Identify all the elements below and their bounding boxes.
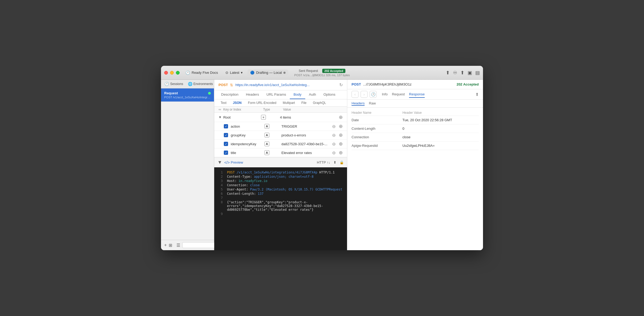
remove-row-icon[interactable]: ⊖: [332, 150, 336, 155]
checkbox-checked-icon: [224, 124, 228, 128]
list-item[interactable]: Request POST /v1/acct_1eSuXwHo/integra..…: [161, 88, 214, 102]
tab-auth[interactable]: Auth: [305, 90, 320, 99]
type-title: A: [265, 150, 282, 155]
checkbox-idempotency[interactable]: [224, 142, 228, 146]
remove-row-icon[interactable]: ⊖: [332, 124, 336, 129]
add-row-icon[interactable]: ⊕: [339, 150, 343, 156]
tab-body[interactable]: Body: [290, 90, 305, 99]
add-row-icon[interactable]: ⊕: [339, 132, 343, 138]
body-tab-multipart[interactable]: Multipart: [279, 99, 298, 106]
tab-ready-five-docs[interactable]: 🕐 Ready Five Docs: [183, 70, 221, 76]
body-tab-form-urlencoded[interactable]: Form URL-Encoded: [245, 99, 280, 106]
line-number: 8: [218, 200, 223, 212]
request-info: POST /v1/a...Jj8M3O1z 326 ms, 137 bytes: [294, 74, 350, 77]
tab-request[interactable]: Request: [392, 91, 405, 98]
sidebar-item-sessions[interactable]: 🕐 Sessions: [161, 80, 187, 88]
type-groupkey: A: [265, 133, 282, 137]
resize-handle[interactable]: ⇔: [218, 108, 221, 111]
layout2-icon[interactable]: ▤: [475, 70, 480, 76]
forward-button[interactable]: ›: [361, 91, 368, 98]
field-name-title[interactable]: title: [231, 151, 265, 155]
body-tab-json[interactable]: JSON: [230, 99, 245, 106]
list-icon[interactable]: ☰: [176, 243, 180, 248]
line-content: Connection: close: [227, 183, 260, 187]
sidebar-item-environments[interactable]: 🌐 Environments: [187, 80, 214, 88]
type-badge-idempotency: A: [265, 141, 269, 146]
add-icon[interactable]: +: [164, 243, 167, 248]
table-row: title A Elevated error rates ⊖ ⊕: [214, 148, 347, 157]
export-icon[interactable]: ⬆︎: [446, 70, 450, 76]
sessions-icon: 🕐: [164, 82, 169, 86]
request-tabs: Description Headers URL Params Body Auth…: [214, 90, 347, 99]
remove-row-icon[interactable]: ⊖: [332, 133, 336, 138]
back-button[interactable]: ‹: [352, 91, 358, 98]
request-url: POST /v1/acct_1eSuXwHo/integra...: [164, 96, 211, 99]
header-key: Content-Type:: [227, 175, 254, 179]
table-row: Content-Length 0: [352, 124, 479, 133]
tab-description[interactable]: Description: [217, 90, 242, 99]
tab-headers[interactable]: Headers: [242, 90, 263, 99]
line-number: 2: [218, 175, 223, 179]
request-url-field[interactable]: https://in.readyfive.io/v1/acct_1eSuXwHo…: [235, 83, 337, 87]
tab-latest[interactable]: ⊙ Latest ▾: [223, 70, 245, 76]
remove-row-icon[interactable]: ⊖: [332, 141, 336, 147]
field-value-title[interactable]: Elevated error rates: [282, 151, 332, 155]
history-button[interactable]: 🕐: [370, 91, 377, 98]
body-type-tabs: Text JSON Form URL-Encoded Multipart Fil…: [214, 99, 347, 107]
share-icon[interactable]: ⬆: [333, 160, 336, 164]
field-name-action[interactable]: action: [231, 124, 265, 128]
header-name-content-length: Content-Length: [352, 127, 402, 131]
field-name-groupkey[interactable]: groupKey: [231, 133, 265, 137]
protocol-selector[interactable]: HTTP ↑↓: [317, 160, 330, 164]
close-button[interactable]: [164, 71, 168, 75]
body-tab-text[interactable]: Text: [217, 99, 230, 106]
col-header-value: Header Value: [402, 111, 479, 115]
upload-icon[interactable]: ⬆: [460, 70, 464, 76]
add-row-icon[interactable]: ⊕: [339, 141, 343, 147]
add-row-button[interactable]: ⊕: [339, 114, 343, 120]
line-number: 6: [218, 192, 223, 196]
link-icon[interactable]: ♾: [453, 70, 457, 76]
field-value-idempotency[interactable]: da827528-3327-43b0-be15-...: [282, 142, 332, 146]
lock-icon[interactable]: 🔒: [340, 160, 344, 164]
preview-button[interactable]: </> Preview: [224, 160, 243, 165]
response-tab-raw[interactable]: Raw: [369, 101, 376, 106]
refresh-icon[interactable]: ↻: [339, 82, 343, 87]
expand-arrow[interactable]: ▼: [218, 115, 222, 119]
table-row: Apigw-Requestid Uu2sfgwLPHcEJ8A=: [352, 141, 479, 150]
tab-options[interactable]: Options: [320, 90, 339, 99]
response-headers-table: Header Name Header Value Date Tue, 20 Oc…: [347, 108, 483, 250]
preview-toggle-icon[interactable]: ▼: [217, 160, 222, 165]
tab-url-params[interactable]: URL Params: [263, 90, 290, 99]
root-label: Root: [223, 115, 261, 119]
version-icon: ⊙: [225, 71, 228, 75]
response-tab-headers[interactable]: Headers: [352, 101, 365, 106]
minimize-button[interactable]: [170, 71, 174, 75]
body-tab-graphql[interactable]: GraphQL: [310, 99, 329, 106]
layout1-icon[interactable]: ▣: [468, 70, 472, 76]
code-line: 2 Content-Type: application/json; charse…: [218, 175, 343, 179]
checkbox-action[interactable]: [224, 124, 228, 128]
tab-response[interactable]: Response: [409, 91, 425, 98]
row-actions-idempotency: ⊖ ⊕: [332, 141, 343, 147]
add-row-icon[interactable]: ⊕: [339, 123, 343, 129]
maximize-button[interactable]: [176, 71, 180, 75]
field-value-action[interactable]: TRIGGER: [282, 124, 332, 128]
response-navigation: ‹ › 🕐 Info Request Response ⬆: [347, 89, 483, 100]
checkbox-title[interactable]: [224, 151, 228, 155]
table-row: groupKey A product-x-errors ⊖ ⊕: [214, 131, 347, 140]
line-content: Content-Length: 137: [227, 192, 263, 196]
field-value-groupkey[interactable]: product-x-errors: [282, 133, 332, 137]
tab-drafting-local[interactable]: 🔵 Drafting — Local: [247, 70, 288, 76]
clock-icon: 🕐: [185, 71, 190, 75]
sidebar: 🕐 Sessions 🌐 Environments Request POST /…: [161, 80, 214, 250]
body-tab-file[interactable]: File: [298, 99, 309, 106]
grid-icon[interactable]: ⊞: [169, 243, 172, 248]
response-share-icon[interactable]: ⬆: [475, 92, 479, 97]
tab-status-dot: [283, 72, 286, 74]
tab-info[interactable]: Info: [382, 91, 388, 98]
col-header-key: Key or Index: [223, 108, 263, 111]
response-url-bar: POST ...i7JG8MfX4pK3REhJj8M3O1z 202 Acce…: [347, 80, 483, 89]
checkbox-groupkey[interactable]: [224, 133, 228, 137]
field-name-idempotency[interactable]: idempotencyKey: [231, 142, 265, 146]
